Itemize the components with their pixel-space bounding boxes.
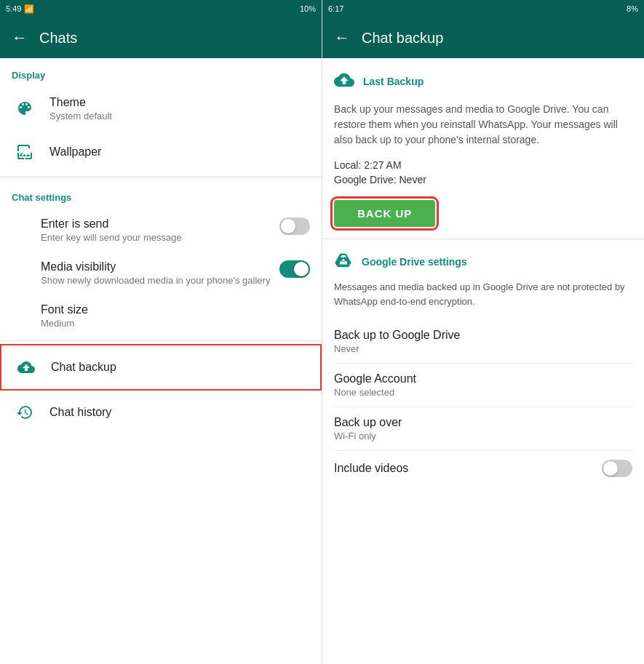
- right-status-bar-right: 8%: [627, 4, 638, 13]
- right-toolbar: ← Chat backup: [322, 17, 644, 58]
- gdrive-title: Google Drive settings: [362, 256, 467, 268]
- gdrive-description: Messages and media backed up in Google D…: [334, 280, 632, 308]
- backup-over-title: Back up over: [334, 416, 632, 429]
- chat-history-item[interactable]: Chat history: [0, 391, 322, 434]
- divider-2: [0, 340, 322, 341]
- media-visibility-text: Media visibility Show newly downloaded m…: [41, 260, 271, 286]
- left-toolbar: ← Chats: [0, 17, 322, 58]
- backup-over-subtitle: Wi-Fi only: [334, 431, 632, 441]
- enter-is-send-text: Enter is send Enter key will send your m…: [41, 217, 271, 243]
- theme-item[interactable]: Theme System default: [0, 87, 322, 130]
- backup-to-gdrive-subtitle: Never: [334, 343, 632, 354]
- font-size-text: Font size Medium: [41, 303, 310, 329]
- google-account-title: Google Account: [334, 372, 632, 385]
- wallpaper-text: Wallpaper: [49, 145, 310, 159]
- wallpaper-title: Wallpaper: [49, 145, 310, 159]
- chat-settings-header: Chat settings: [0, 180, 322, 209]
- theme-text: Theme System default: [49, 96, 310, 121]
- theme-icon: [12, 95, 38, 121]
- chat-backup-text: Chat backup: [51, 361, 309, 374]
- display-section-header: Display: [0, 58, 322, 87]
- enter-is-send-item[interactable]: Enter is send Enter key will send your m…: [0, 209, 322, 252]
- right-status-bar-left: 6:17: [328, 4, 343, 13]
- wallpaper-icon: [12, 139, 38, 165]
- last-backup-header: Last Backup: [334, 70, 632, 93]
- enter-is-send-title: Enter is send: [41, 217, 271, 231]
- enter-is-send-toggle-knob: [281, 219, 295, 233]
- local-backup-info: Local: 2:27 AM: [334, 159, 632, 171]
- right-time: 6:17: [328, 4, 343, 13]
- google-account-subtitle: None selected: [334, 387, 632, 398]
- chat-backup-title: Chat backup: [51, 361, 309, 374]
- gdrive-icon: [334, 251, 353, 273]
- include-videos-item[interactable]: Include videos: [334, 451, 632, 486]
- gdrive-backup-info: Google Drive: Never: [334, 174, 632, 185]
- media-visibility-title: Media visibility: [41, 260, 271, 273]
- media-visibility-item[interactable]: Media visibility Show newly downloaded m…: [0, 252, 322, 295]
- left-status-bar-left: 5:49 📶: [6, 4, 34, 14]
- media-visibility-subtitle: Show newly downloaded media in your phon…: [41, 275, 271, 286]
- last-backup-cloud-icon: [334, 70, 354, 93]
- theme-subtitle: System default: [49, 111, 310, 121]
- chat-history-title: Chat history: [49, 406, 310, 419]
- font-size-item[interactable]: Font size Medium: [0, 295, 322, 337]
- left-panel: 5:49 📶 10% ← Chats Display Theme System …: [0, 0, 322, 664]
- right-content: Last Backup Back up your messages and me…: [322, 58, 644, 664]
- left-time: 5:49: [6, 4, 21, 13]
- right-status-bar: 6:17 8%: [322, 0, 644, 17]
- right-toolbar-title: Chat backup: [362, 30, 443, 47]
- chat-backup-item[interactable]: Chat backup: [0, 344, 322, 391]
- include-videos-title: Include videos: [334, 462, 408, 475]
- backup-to-gdrive-item[interactable]: Back up to Google Drive Never: [334, 320, 632, 364]
- right-battery: 8%: [627, 4, 638, 13]
- include-videos-toggle-knob: [603, 461, 618, 476]
- signal-icon: 📶: [24, 4, 34, 14]
- right-back-button[interactable]: ←: [334, 28, 350, 47]
- last-backup-title: Last Backup: [363, 76, 424, 87]
- chat-backup-icon: [13, 354, 39, 380]
- chat-history-icon: [12, 399, 38, 425]
- media-visibility-toggle-knob: [294, 262, 309, 276]
- include-videos-toggle[interactable]: [602, 460, 632, 477]
- enter-is-send-toggle[interactable]: [279, 217, 310, 235]
- media-visibility-toggle[interactable]: [279, 260, 310, 278]
- enter-is-send-subtitle: Enter key will send your message: [41, 232, 271, 243]
- left-status-bar-right: 10%: [300, 4, 316, 13]
- backup-over-item[interactable]: Back up over Wi-Fi only: [334, 407, 632, 451]
- gdrive-section-header: Google Drive settings: [334, 251, 632, 273]
- left-toolbar-title: Chats: [39, 30, 77, 47]
- left-status-bar: 5:49 📶 10%: [0, 0, 322, 17]
- backup-description: Back up your messages and media to Googl…: [334, 102, 632, 148]
- backup-to-gdrive-title: Back up to Google Drive: [334, 329, 632, 342]
- right-panel: 6:17 8% ← Chat backup Last Backup Back u…: [322, 0, 644, 664]
- chat-history-text: Chat history: [49, 406, 310, 419]
- theme-title: Theme: [49, 96, 310, 109]
- font-size-subtitle: Medium: [41, 318, 310, 329]
- left-back-button[interactable]: ←: [12, 28, 28, 47]
- wallpaper-item[interactable]: Wallpaper: [0, 130, 322, 174]
- font-size-title: Font size: [41, 303, 310, 316]
- gdrive-section: Google Drive settings Messages and media…: [322, 239, 644, 497]
- left-battery: 10%: [300, 4, 316, 13]
- divider-1: [0, 177, 322, 177]
- backup-button[interactable]: BACK UP: [334, 200, 435, 227]
- google-account-item[interactable]: Google Account None selected: [334, 364, 632, 407]
- last-backup-section: Last Backup Back up your messages and me…: [322, 58, 644, 239]
- left-content: Display Theme System default Wallpaper: [0, 58, 322, 664]
